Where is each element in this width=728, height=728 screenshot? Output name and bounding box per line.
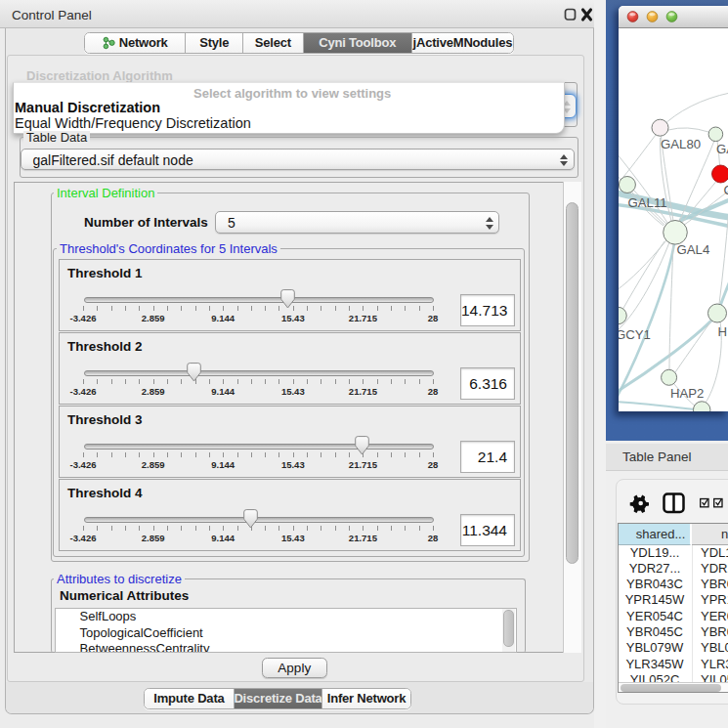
svg-text:C: C: [724, 183, 728, 197]
svg-text:GCY1: GCY1: [619, 326, 651, 341]
svg-text:GAL4: GAL4: [677, 241, 710, 256]
svg-text:GAL80: GAL80: [661, 137, 701, 151]
svg-text:GA: GA: [716, 142, 728, 156]
svg-text:HAP2: HAP2: [670, 386, 704, 401]
svg-text:GAL11: GAL11: [628, 195, 667, 210]
svg-text:H: H: [718, 324, 728, 339]
